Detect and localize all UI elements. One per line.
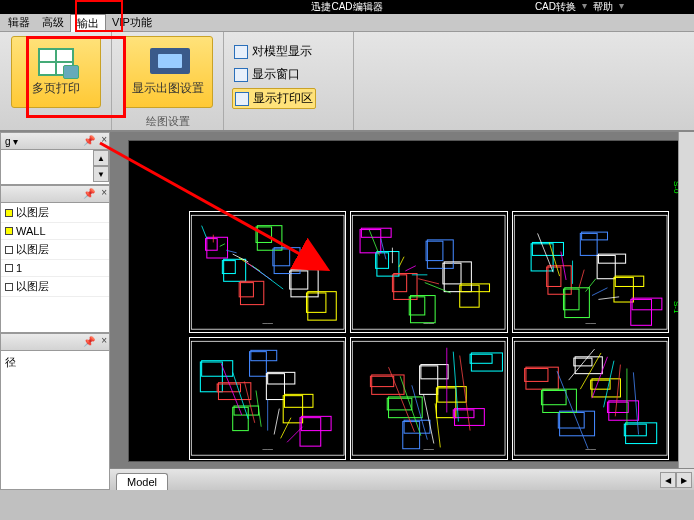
svg-line-22 (252, 266, 283, 289)
svg-rect-24 (353, 215, 506, 329)
svg-rect-85 (202, 361, 233, 377)
layout-tab-bar: Model ◀ ▶ (110, 468, 694, 490)
close-icon[interactable]: × (101, 335, 107, 346)
svg-line-118 (460, 356, 470, 431)
pin-icon[interactable]: 📌 (83, 336, 95, 347)
svg-rect-109 (372, 375, 404, 394)
svg-rect-83 (284, 395, 312, 408)
svg-rect-7 (306, 293, 325, 312)
pin-icon[interactable]: 📌 (83, 188, 95, 199)
svg-line-92 (274, 409, 279, 435)
opt-show-print-area[interactable]: 显示打印区 (232, 88, 316, 109)
svg-rect-131 (625, 423, 656, 444)
panel1-body: ▲ ▼ (0, 150, 110, 185)
close-icon[interactable]: × (101, 134, 107, 145)
svg-text:——: —— (585, 447, 596, 453)
layer-row[interactable]: 以图层 (1, 277, 109, 297)
menu-output[interactable]: 输出 (70, 14, 106, 32)
menu-editor[interactable]: 辑器 (2, 14, 36, 31)
model-space-canvas[interactable]: ———————————— S-0 S-1 (128, 140, 684, 462)
svg-line-17 (220, 244, 225, 247)
svg-line-15 (202, 226, 207, 239)
drawing-tile[interactable]: —— (512, 337, 669, 459)
menu-vip[interactable]: VIP功能 (106, 14, 158, 31)
svg-rect-104 (404, 421, 430, 434)
svg-line-140 (615, 365, 620, 417)
svg-rect-57 (564, 288, 589, 318)
topbar-link-convert[interactable]: CAD转换 (535, 0, 576, 14)
panel1-header[interactable]: g▾ 📌 × (0, 132, 110, 150)
scroll-up-button[interactable]: ▲ (93, 150, 109, 166)
svg-line-89 (244, 382, 254, 423)
svg-line-70 (598, 297, 619, 300)
svg-rect-14 (308, 292, 336, 320)
svg-rect-130 (608, 401, 638, 420)
drawing-tile[interactable]: —— (350, 211, 507, 333)
svg-line-43 (406, 266, 416, 271)
layer-row[interactable]: 以图层 (1, 240, 109, 260)
svg-rect-36 (445, 262, 472, 292)
svg-line-42 (399, 257, 404, 267)
svg-rect-75 (266, 374, 284, 400)
svg-rect-5 (273, 249, 290, 266)
svg-rect-124 (624, 425, 646, 437)
svg-line-142 (633, 373, 638, 435)
multi-page-print-label: 多页打印 (32, 80, 80, 97)
multi-page-print-button[interactable]: 多页打印 (11, 36, 101, 108)
svg-text:——: —— (585, 320, 596, 326)
svg-rect-134 (559, 412, 594, 437)
svg-rect-107 (455, 409, 485, 426)
svg-rect-110 (389, 397, 423, 418)
scroll-down-button[interactable]: ▼ (93, 166, 109, 182)
tab-model[interactable]: Model (116, 473, 168, 490)
svg-line-63 (537, 233, 553, 272)
svg-rect-128 (575, 357, 602, 374)
svg-rect-53 (614, 277, 633, 302)
svg-text:——: —— (424, 320, 435, 326)
scroll-left-button[interactable]: ◀ (660, 472, 676, 488)
opt-show-window[interactable]: 显示窗口 (232, 65, 316, 84)
svg-rect-25 (376, 253, 389, 269)
svg-line-111 (389, 368, 415, 433)
svg-text:——: —— (263, 447, 274, 453)
ribbon-group-label: 绘图设置 (112, 114, 223, 129)
svg-line-115 (435, 404, 440, 448)
pin-icon[interactable]: 📌 (83, 135, 95, 146)
svg-rect-125 (524, 369, 547, 382)
svg-rect-35 (428, 240, 454, 268)
drawing-tile[interactable]: —— (189, 211, 346, 333)
opt-show-model[interactable]: 对模型显示 (232, 42, 316, 61)
close-icon[interactable]: × (101, 187, 107, 198)
panel-layers-header[interactable]: 📌 × (0, 185, 110, 203)
svg-rect-102 (371, 377, 394, 387)
plot-settings-button[interactable]: 显示出图设置 (123, 36, 213, 108)
svg-rect-100 (454, 410, 475, 418)
app-title: 迅捷CAD编辑器 (311, 0, 382, 14)
svg-rect-78 (200, 362, 222, 392)
panel3-header[interactable]: 📌 × (0, 333, 110, 351)
svg-rect-132 (526, 368, 558, 390)
layer-row[interactable]: WALL (1, 223, 109, 240)
svg-rect-54 (630, 299, 651, 325)
topbar-link-help[interactable]: 帮助 (593, 0, 613, 14)
scroll-right-button[interactable]: ▶ (676, 472, 692, 488)
print-area-icon (235, 92, 249, 106)
drawing-tile[interactable]: —— (512, 211, 669, 333)
menu-advanced[interactable]: 高级 (36, 14, 70, 31)
vertical-scrollbar[interactable] (678, 132, 694, 468)
drawing-tile[interactable]: —— (350, 337, 507, 459)
svg-line-93 (281, 418, 291, 439)
svg-rect-4 (256, 227, 272, 243)
left-panel-column: g▾ 📌 × ▲ ▼ 📌 × 以图层WALL以图层1以图层 📌 × 径 (0, 132, 110, 490)
layer-row[interactable]: 1 (1, 260, 109, 277)
layer-row[interactable]: 以图层 (1, 203, 109, 223)
svg-rect-105 (421, 365, 448, 379)
svg-rect-2 (222, 261, 235, 274)
svg-rect-96 (353, 342, 506, 456)
svg-rect-123 (607, 403, 628, 413)
svg-rect-74 (250, 352, 267, 377)
panel3-body: 径 (0, 351, 110, 490)
svg-rect-49 (546, 267, 560, 286)
svg-rect-10 (240, 281, 263, 304)
drawing-tile[interactable]: —— (189, 337, 346, 459)
